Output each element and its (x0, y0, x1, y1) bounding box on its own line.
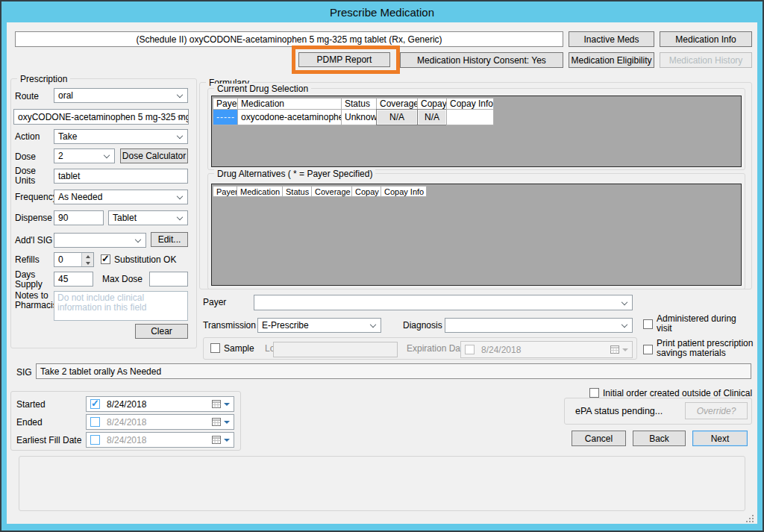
calendar-icon (212, 400, 221, 408)
chevron-down-icon (177, 92, 183, 98)
chevron-down-icon (177, 193, 183, 199)
coverage-cell[interactable]: N/A (376, 109, 418, 125)
drug-alternatives-panel (211, 184, 742, 286)
pdmp-report-button[interactable]: PDMP Report (298, 52, 390, 67)
prescription-group-label: Prescription (17, 74, 70, 84)
sample-checkbox[interactable] (210, 343, 220, 353)
window-titlebar: Prescribe Medication (1, 1, 763, 22)
chevron-down-icon (370, 322, 376, 328)
date-enable-checkbox[interactable] (90, 435, 100, 445)
payer-cell: ----- (213, 109, 238, 125)
started-label: Started (16, 400, 46, 410)
next-button[interactable]: Next (692, 431, 748, 446)
message-area-panel (19, 456, 745, 511)
route-label: Route (15, 92, 39, 101)
edit-sig-button[interactable]: Edit... (151, 232, 188, 247)
refills-label: Refills (15, 255, 40, 265)
current-drug-selection-label: Current Drug Selection (214, 84, 311, 94)
dose-units-input[interactable] (54, 169, 188, 184)
chevron-down-icon (177, 214, 183, 220)
dispense-qty-input[interactable] (54, 210, 104, 225)
clear-button[interactable]: Clear (135, 324, 188, 339)
earliest-fill-date-picker[interactable]: 8/24/2018 (86, 432, 234, 448)
frequency-label: Frequency (15, 193, 57, 202)
calendar-icon (212, 418, 221, 426)
calendar-icon (212, 436, 221, 444)
spin-down-button[interactable] (82, 260, 93, 266)
table-header-row: Payer Medication Status Coverage Copay C… (213, 98, 494, 110)
chevron-down-icon (621, 322, 627, 328)
cancel-button[interactable]: Cancel (572, 431, 626, 446)
days-supply-input[interactable] (54, 272, 93, 287)
addl-sig-label: Add'l SIG (15, 236, 52, 245)
epa-status-text: ePA status pending... (575, 407, 663, 416)
initial-order-checkbox[interactable] (589, 388, 599, 398)
transmission-label: Transmission (203, 321, 256, 331)
medication-info-button[interactable]: Medication Info (660, 31, 752, 47)
calendar-dropdown-button (610, 345, 628, 354)
sig-field: Take 2 tablet orally As Needed (36, 363, 751, 379)
calendar-dropdown-button[interactable] (212, 418, 230, 426)
route-select[interactable]: oral (54, 88, 188, 103)
ended-date-picker[interactable]: 8/24/2018 (86, 414, 234, 430)
expiration-date-label: Expiration Date (407, 344, 468, 354)
lot-number-input (273, 342, 398, 357)
chevron-down-icon (104, 152, 110, 158)
dispense-unit-select[interactable]: Tablet (108, 210, 188, 225)
days-supply-label: Days Supply (15, 270, 48, 290)
substitution-ok-label: Substitution OK (114, 255, 176, 265)
resize-grip[interactable] (746, 515, 754, 523)
chevron-down-icon (621, 298, 627, 304)
frequency-select[interactable]: As Needed (54, 190, 188, 204)
copay-info-cell (446, 109, 494, 125)
expiration-date-picker: 8/24/2018 (460, 341, 633, 358)
payer-select[interactable] (254, 295, 633, 310)
dose-select[interactable]: 2 (54, 148, 115, 163)
medication-cell: oxycodone-acetaminophen (237, 109, 342, 125)
status-cell: Unknown (341, 109, 377, 125)
date-enable-checkbox[interactable] (90, 417, 100, 427)
notes-to-pharmacist-input[interactable] (54, 291, 188, 321)
dose-calculator-button[interactable]: Dose Calculator (120, 148, 188, 163)
medication-eligibility-button[interactable]: Medication Eligibility (569, 52, 654, 68)
table-row[interactable]: ----- oxycodone-acetaminophen Unknown N/… (213, 110, 494, 125)
inactive-meds-button[interactable]: Inactive Meds (569, 31, 654, 47)
print-materials-label: Print patient prescription savings mater… (657, 339, 764, 358)
max-dose-label: Max Dose (102, 275, 143, 284)
administered-during-visit-label: Administered during visit (657, 314, 740, 334)
spin-up-button[interactable] (82, 253, 93, 260)
started-date-picker[interactable]: 8/24/2018 (86, 396, 234, 412)
date-enable-checkbox (465, 345, 475, 354)
calendar-dropdown-button[interactable] (212, 400, 230, 408)
dispense-label: Dispense (15, 213, 52, 223)
medication-display: (Schedule II) oxyCODONE-acetaminophen 5 … (15, 31, 563, 47)
copay-cell[interactable]: N/A (417, 109, 447, 125)
substitution-ok-checkbox[interactable] (101, 254, 110, 264)
date-enable-checkbox[interactable] (90, 399, 100, 409)
addl-sig-select[interactable] (54, 233, 146, 248)
print-materials-checkbox[interactable] (643, 345, 653, 354)
notes-to-pharmacist-label: Notes to Pharmacist (15, 291, 54, 310)
override-button: Override? (685, 402, 748, 419)
administered-during-visit-checkbox[interactable] (643, 319, 653, 329)
sample-label: Sample (224, 344, 254, 354)
earliest-fill-date-label: Earliest Fill Date (16, 436, 81, 445)
refills-stepper[interactable]: 0 (54, 252, 94, 267)
window-title: Prescribe Medication (330, 6, 434, 19)
transmission-select[interactable]: E-Prescribe (257, 318, 381, 333)
payer-label: Payer (203, 298, 226, 307)
back-button[interactable]: Back (633, 431, 686, 446)
drug-alternatives-label: Drug Alternatives ( * = Payer Specified) (214, 169, 375, 179)
drug-alternatives-table: Payer Medication Status Coverage Copay C… (213, 186, 427, 197)
max-dose-input[interactable] (149, 272, 188, 287)
medication-history-consent-button[interactable]: Medication History Consent: Yes (400, 52, 563, 68)
prescribe-medication-window: Prescribe Medication (Schedule II) oxyCO… (0, 0, 764, 532)
chevron-down-icon (177, 133, 183, 139)
dialog-body: (Schedule II) oxyCODONE-acetaminophen 5 … (7, 22, 757, 524)
calendar-dropdown-button[interactable] (212, 436, 230, 444)
medication-select[interactable]: oxyCODONE-acetaminophen 5 mg-325 mg ta (13, 109, 189, 125)
sig-label: SIG (16, 368, 32, 378)
dose-label: Dose (15, 152, 36, 162)
action-select[interactable]: Take (54, 129, 188, 144)
diagnosis-select[interactable] (445, 318, 633, 333)
